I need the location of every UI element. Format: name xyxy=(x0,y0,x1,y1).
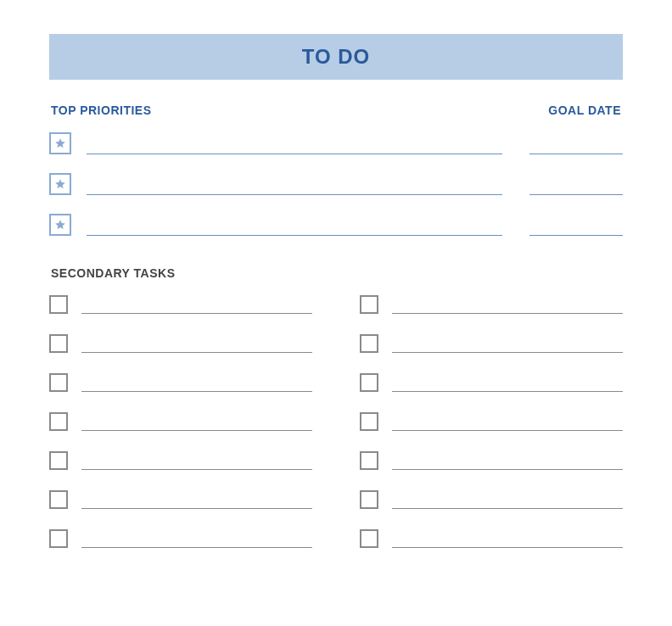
priority-star-box[interactable] xyxy=(49,173,71,195)
priority-star-box[interactable] xyxy=(49,214,71,236)
secondary-checkbox[interactable] xyxy=(360,373,378,392)
secondary-checkbox[interactable] xyxy=(49,334,68,353)
star-icon xyxy=(54,137,66,149)
secondary-checkbox[interactable] xyxy=(49,412,68,431)
secondary-task-input[interactable] xyxy=(392,492,623,509)
goal-date-label: GOAL DATE xyxy=(548,103,621,117)
priority-task-input[interactable] xyxy=(87,136,502,154)
page-title: TO DO xyxy=(302,45,371,69)
priority-rows xyxy=(49,132,623,236)
secondary-col-right xyxy=(360,295,623,548)
secondary-task-input[interactable] xyxy=(392,531,623,548)
star-icon xyxy=(54,178,66,190)
secondary-checkbox[interactable] xyxy=(360,529,378,548)
secondary-row xyxy=(49,295,312,314)
secondary-row xyxy=(360,295,623,314)
secondary-row xyxy=(360,373,623,392)
secondary-checkbox[interactable] xyxy=(360,295,378,314)
secondary-row xyxy=(49,412,312,431)
secondary-checkbox[interactable] xyxy=(49,373,68,392)
secondary-checkbox[interactable] xyxy=(360,451,378,470)
priority-task-input[interactable] xyxy=(87,176,502,195)
secondary-grid xyxy=(49,295,623,548)
secondary-task-input[interactable] xyxy=(81,297,312,314)
secondary-row xyxy=(49,529,312,548)
secondary-checkbox[interactable] xyxy=(49,451,68,470)
star-icon xyxy=(54,219,66,231)
priority-star-box[interactable] xyxy=(49,132,71,154)
secondary-row xyxy=(360,490,623,509)
priority-headers: TOP PRIORITIES GOAL DATE xyxy=(49,103,623,117)
priority-row xyxy=(49,214,623,236)
secondary-row xyxy=(49,451,312,470)
priority-row xyxy=(49,173,623,195)
secondary-task-input[interactable] xyxy=(81,492,312,509)
svg-marker-0 xyxy=(55,138,65,148)
secondary-checkbox[interactable] xyxy=(49,295,68,314)
secondary-row xyxy=(360,529,623,548)
priority-row xyxy=(49,132,623,154)
secondary-task-input[interactable] xyxy=(392,453,623,470)
secondary-task-input[interactable] xyxy=(81,336,312,353)
title-bar: TO DO xyxy=(49,34,623,80)
secondary-tasks-label: SECONDARY TASKS xyxy=(51,266,623,280)
secondary-checkbox[interactable] xyxy=(360,490,378,509)
secondary-row xyxy=(49,490,312,509)
svg-marker-1 xyxy=(55,179,65,188)
secondary-task-input[interactable] xyxy=(392,336,623,353)
secondary-row xyxy=(49,334,312,353)
secondary-task-input[interactable] xyxy=(81,375,312,392)
priority-goal-date-input[interactable] xyxy=(529,217,623,236)
secondary-task-input[interactable] xyxy=(81,414,312,431)
secondary-task-input[interactable] xyxy=(392,375,623,392)
secondary-checkbox[interactable] xyxy=(360,334,378,353)
secondary-col-left xyxy=(49,295,312,548)
secondary-checkbox[interactable] xyxy=(49,529,68,548)
priority-goal-date-input[interactable] xyxy=(529,136,623,154)
secondary-row xyxy=(360,451,623,470)
secondary-task-input[interactable] xyxy=(392,297,623,314)
top-priorities-label: TOP PRIORITIES xyxy=(51,103,152,117)
secondary-row xyxy=(49,373,312,392)
secondary-checkbox[interactable] xyxy=(360,412,378,431)
priority-goal-date-input[interactable] xyxy=(529,176,623,195)
secondary-task-input[interactable] xyxy=(392,414,623,431)
priority-task-input[interactable] xyxy=(87,217,502,236)
secondary-task-input[interactable] xyxy=(81,531,312,548)
secondary-row xyxy=(360,334,623,353)
secondary-row xyxy=(360,412,623,431)
svg-marker-2 xyxy=(55,220,65,229)
secondary-task-input[interactable] xyxy=(81,453,312,470)
secondary-checkbox[interactable] xyxy=(49,490,68,509)
